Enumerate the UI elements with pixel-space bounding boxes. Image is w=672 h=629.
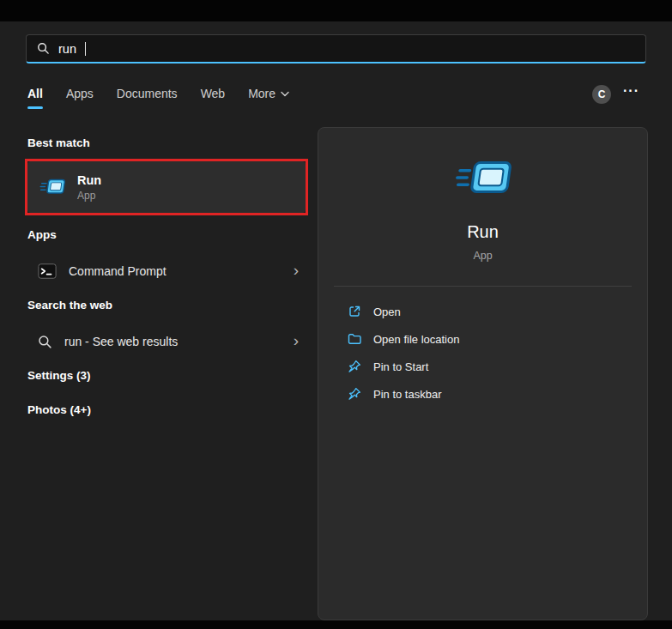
open-icon xyxy=(348,305,361,318)
preview-pane: Run App Open Open file location Pin to S… xyxy=(318,127,648,620)
tab-all-label: All xyxy=(27,87,43,100)
action-label: Open file location xyxy=(373,333,459,346)
action-open[interactable]: Open xyxy=(327,299,639,324)
result-label: run - See web results xyxy=(64,335,282,348)
search-input-value[interactable]: run xyxy=(58,42,76,56)
best-match-result-run[interactable]: Run App xyxy=(27,161,306,213)
action-label: Pin to Start xyxy=(373,360,428,373)
tab-web[interactable]: Web xyxy=(201,87,226,109)
windows-search-flyout: run All Apps Documents Web More C ··· Be… xyxy=(0,21,672,620)
best-match-text: Run App xyxy=(77,173,101,202)
web-heading: Search the web xyxy=(27,299,112,311)
run-app-icon-large xyxy=(455,157,512,203)
run-app-icon xyxy=(39,177,65,197)
search-icon xyxy=(38,335,52,349)
action-pin-to-start[interactable]: Pin to Start xyxy=(327,354,639,379)
chevron-right-icon[interactable]: › xyxy=(294,332,299,351)
folder-icon xyxy=(348,332,361,346)
search-box[interactable]: run xyxy=(26,34,646,64)
action-label: Pin to taskbar xyxy=(373,388,442,401)
tab-more[interactable]: More xyxy=(248,87,289,109)
apps-heading: Apps xyxy=(27,228,57,241)
preview-subtitle: App xyxy=(318,250,647,262)
chevron-right-icon[interactable]: › xyxy=(294,262,299,281)
result-web-run[interactable]: run - See web results › xyxy=(26,325,309,358)
tab-documents-label: Documents xyxy=(117,87,178,100)
more-options-button[interactable]: ··· xyxy=(623,83,639,99)
text-caret xyxy=(85,42,87,56)
action-open-file-location[interactable]: Open file location xyxy=(327,326,639,352)
action-pin-to-taskbar[interactable]: Pin to taskbar xyxy=(327,381,639,407)
photos-section-header[interactable]: Photos (4+) xyxy=(27,403,91,416)
result-label: Command Prompt xyxy=(69,264,282,278)
search-icon xyxy=(37,42,50,55)
account-avatar[interactable]: C xyxy=(592,85,611,104)
best-match-heading: Best match xyxy=(27,136,90,149)
preview-title: Run xyxy=(318,222,647,242)
chevron-down-icon xyxy=(281,91,289,97)
tab-web-label: Web xyxy=(201,87,226,100)
filter-tabs: All Apps Documents Web More xyxy=(27,87,289,109)
result-subtitle: App xyxy=(77,190,101,202)
tab-all[interactable]: All xyxy=(27,87,43,109)
settings-section-header[interactable]: Settings (3) xyxy=(27,369,91,382)
result-command-prompt[interactable]: Command Prompt › xyxy=(26,255,309,287)
result-title: Run xyxy=(77,173,101,187)
tab-apps[interactable]: Apps xyxy=(66,87,94,109)
action-label: Open xyxy=(373,305,401,318)
command-prompt-icon xyxy=(38,262,57,281)
pin-icon xyxy=(348,387,361,401)
tab-apps-label: Apps xyxy=(66,87,94,100)
tab-documents[interactable]: Documents xyxy=(117,87,178,109)
pin-icon xyxy=(348,360,361,373)
tab-more-label: More xyxy=(248,87,275,100)
divider xyxy=(334,286,632,287)
